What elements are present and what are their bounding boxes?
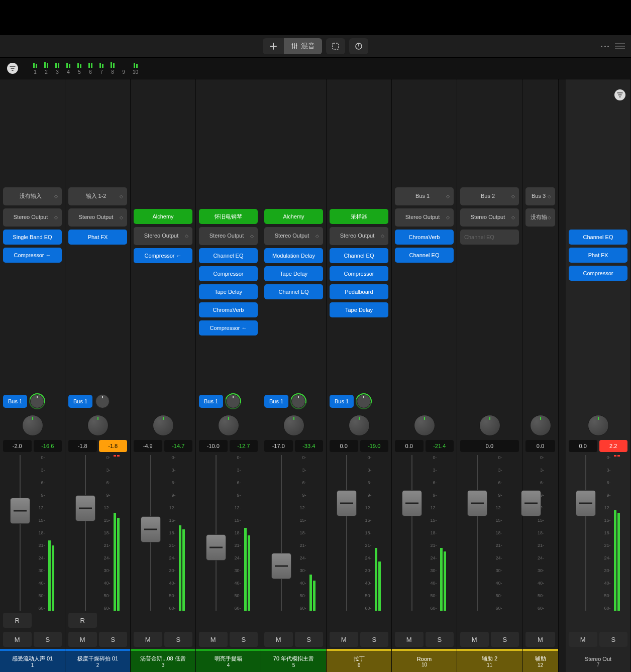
fx-slot[interactable]: Compressor xyxy=(330,266,388,281)
overview-channel[interactable]: 7 xyxy=(99,62,103,75)
record-button[interactable]: R xyxy=(68,613,97,628)
fx-slot[interactable]: Phat FX xyxy=(569,248,627,263)
solo-button[interactable]: S xyxy=(230,632,258,647)
overview-channel[interactable]: 10 xyxy=(133,62,138,75)
fx-slot[interactable]: Tape Delay xyxy=(264,266,323,281)
output-slot[interactable]: Stereo Output◇ xyxy=(330,227,388,245)
fader[interactable] xyxy=(401,455,423,611)
mute-button[interactable]: M xyxy=(460,632,489,647)
send-button[interactable]: Bus 1 xyxy=(3,395,27,408)
instrument-slot[interactable]: Alchemy xyxy=(264,209,323,224)
solo-button[interactable]: S xyxy=(599,632,628,647)
pan-knob[interactable] xyxy=(22,415,43,436)
track-label[interactable]: 辅助 12 xyxy=(522,649,558,672)
track-label[interactable]: 拉丁 6 xyxy=(327,649,391,672)
pan-knob[interactable] xyxy=(283,415,304,436)
pan-knob[interactable] xyxy=(414,415,435,436)
mute-button[interactable]: M xyxy=(68,632,97,647)
fx-slot[interactable]: Modulation Delay xyxy=(264,248,323,263)
overview-channel[interactable]: 1 xyxy=(33,62,37,75)
more-menu-icon[interactable] xyxy=(601,46,609,47)
output-slot[interactable]: Stereo Output◇ xyxy=(134,227,192,245)
send-knob[interactable] xyxy=(30,394,44,408)
power-button[interactable] xyxy=(349,38,368,54)
filter-button[interactable] xyxy=(7,63,18,74)
solo-button[interactable]: S xyxy=(426,632,454,647)
fx-slot[interactable]: Compressor xyxy=(569,266,627,281)
track-label[interactable]: 感受流动人声 01 1 xyxy=(0,649,65,672)
output-slot[interactable]: Stereo Output◇ xyxy=(264,227,323,245)
pan-knob[interactable] xyxy=(153,415,174,436)
solo-button[interactable]: S xyxy=(34,632,62,647)
send-knob[interactable] xyxy=(291,394,305,408)
mute-button[interactable]: M xyxy=(569,632,597,647)
fx-slot[interactable]: Compressor ← xyxy=(134,248,192,263)
fader[interactable] xyxy=(528,455,535,611)
input-slot[interactable]: Bus 3◇ xyxy=(525,187,555,205)
track-label[interactable]: Stereo Out 7 xyxy=(566,649,630,672)
pan-knob[interactable] xyxy=(218,415,239,436)
fader[interactable] xyxy=(270,455,292,611)
instrument-slot[interactable]: 采样器 xyxy=(330,209,388,224)
send-button[interactable]: Bus 1 xyxy=(199,395,223,408)
fx-slot[interactable]: Single Band EQ xyxy=(3,230,62,245)
fx-slot[interactable]: Pedalboard xyxy=(330,284,388,299)
output-slot[interactable]: Stereo Output◇ xyxy=(68,208,127,227)
overview-channel[interactable]: 2 xyxy=(44,62,48,75)
fader[interactable] xyxy=(466,455,488,611)
fader[interactable] xyxy=(140,455,162,611)
fx-slot[interactable]: Channel EQ xyxy=(264,284,323,299)
fader[interactable] xyxy=(9,455,31,611)
fx-slot[interactable]: Tape Delay xyxy=(330,302,388,317)
send-knob[interactable] xyxy=(95,394,110,408)
mute-button[interactable]: M xyxy=(330,632,358,647)
fx-slot[interactable]: Channel EQ xyxy=(199,248,258,263)
selection-button[interactable] xyxy=(326,38,345,54)
mute-button[interactable]: M xyxy=(199,632,228,647)
record-button[interactable]: R xyxy=(3,613,32,628)
instrument-slot[interactable]: Alchemy xyxy=(134,209,192,224)
track-label[interactable]: 辅助 2 11 xyxy=(457,649,522,672)
input-slot[interactable]: 没有输入◇ xyxy=(3,187,62,205)
fader[interactable] xyxy=(205,455,227,611)
track-label[interactable]: 极度干燥碎拍 01 2 xyxy=(65,649,130,672)
mute-button[interactable]: M xyxy=(3,632,32,647)
solo-button[interactable]: S xyxy=(164,632,193,647)
mute-button[interactable]: M xyxy=(525,632,555,647)
fx-slot[interactable]: Compressor xyxy=(199,266,258,281)
overview-channel[interactable]: 3 xyxy=(55,62,59,75)
overview-channel[interactable]: 9 xyxy=(122,62,126,75)
input-slot[interactable]: Bus 1◇ xyxy=(395,187,454,205)
fx-slot[interactable]: Phat FX xyxy=(68,230,127,245)
output-slot[interactable]: Stereo Output◇ xyxy=(199,227,258,245)
fx-slot[interactable]: Compressor ← xyxy=(199,320,258,335)
fader[interactable] xyxy=(575,455,597,611)
fx-slot[interactable]: Channel EQ xyxy=(569,230,627,245)
fx-slot[interactable]: Channel EQ xyxy=(330,248,388,263)
pan-knob[interactable] xyxy=(588,415,609,436)
fx-slot[interactable]: Channel EQ xyxy=(395,248,454,263)
input-slot[interactable]: 输入 1-2◇ xyxy=(68,187,127,205)
send-button[interactable]: Bus 1 xyxy=(330,395,354,408)
fx-slot[interactable]: Channel EQ xyxy=(460,230,519,245)
output-slot[interactable]: Stereo Output◇ xyxy=(395,208,454,227)
solo-button[interactable]: S xyxy=(295,632,324,647)
solo-button[interactable]: S xyxy=(99,632,128,647)
track-label[interactable]: 70 年代模拟主音 5 xyxy=(261,649,326,672)
pan-knob[interactable] xyxy=(479,415,500,436)
fx-slot[interactable]: ChromaVerb xyxy=(395,230,454,245)
mute-button[interactable]: M xyxy=(264,632,293,647)
send-button[interactable]: Bus 1 xyxy=(68,395,92,408)
mute-button[interactable]: M xyxy=(134,632,162,647)
output-slot[interactable]: 没有输◇ xyxy=(525,208,555,227)
pan-knob[interactable] xyxy=(87,415,109,436)
output-slot[interactable]: Stereo Output◇ xyxy=(460,208,519,227)
add-button[interactable] xyxy=(263,38,284,54)
fx-slot[interactable]: ChromaVerb xyxy=(199,302,258,317)
overview-channel[interactable]: 5 xyxy=(77,62,81,75)
track-label[interactable]: Room 10 xyxy=(392,649,457,672)
input-slot[interactable]: Bus 2◇ xyxy=(460,187,519,205)
pan-knob[interactable] xyxy=(530,415,551,436)
pan-knob[interactable] xyxy=(349,415,370,436)
mute-button[interactable]: M xyxy=(395,632,424,647)
